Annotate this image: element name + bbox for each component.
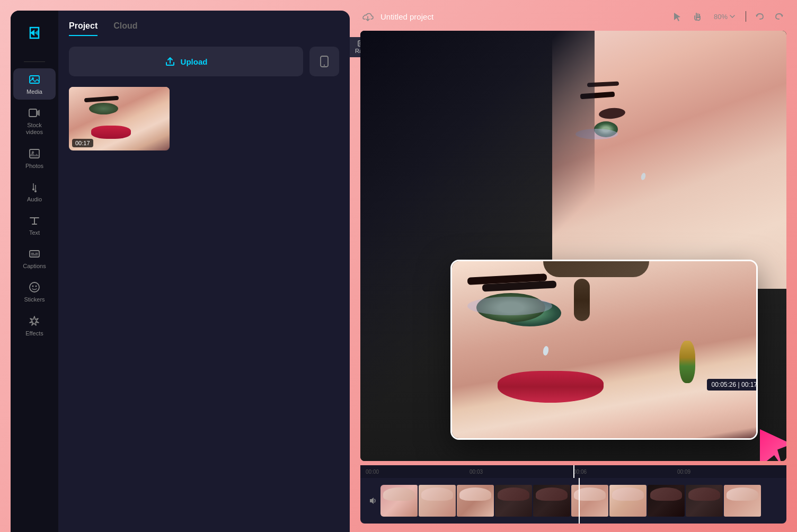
preview-face bbox=[452, 261, 756, 438]
phone-icon bbox=[320, 56, 329, 67]
left-panel: Media Stockvideos bbox=[11, 11, 350, 532]
sidebar-item-audio-label: Audio bbox=[27, 196, 42, 203]
video-frame-face bbox=[552, 31, 786, 289]
playhead-ruler bbox=[573, 465, 574, 478]
speaker-icon[interactable] bbox=[366, 493, 380, 508]
video-preview-main[interactable]: 00:05:26 | 00:17 bbox=[450, 260, 758, 440]
sidebar-item-stickers-label: Stickers bbox=[24, 296, 45, 303]
sidebar-item-photos[interactable]: Photos bbox=[13, 143, 56, 174]
icon-sidebar: Media Stockvideos bbox=[11, 11, 58, 532]
track-thumb-2 bbox=[419, 485, 456, 517]
tab-cloud[interactable]: Cloud bbox=[113, 21, 137, 36]
video-frame-background bbox=[552, 31, 786, 289]
timeline-area: 00:00 00:03 00:06 00:09 bbox=[360, 465, 786, 524]
audio-icon bbox=[28, 180, 41, 194]
editor-topbar: Untitled project bbox=[360, 8, 786, 24]
upload-row: Upload bbox=[69, 47, 339, 76]
svg-rect-2 bbox=[29, 109, 37, 117]
tabs-row: Project Cloud bbox=[69, 21, 339, 36]
preview-lips bbox=[498, 371, 604, 403]
sidebar-item-stock-label: Stockvideos bbox=[26, 122, 43, 136]
redo-button[interactable] bbox=[772, 9, 786, 24]
upload-icon bbox=[165, 56, 175, 67]
upload-button[interactable]: Upload bbox=[69, 47, 303, 76]
timeline-tracks bbox=[360, 478, 786, 524]
timestamp-current: 00:05:26 bbox=[711, 381, 736, 388]
thumb-duration: 00:17 bbox=[72, 139, 93, 147]
track-thumb-9 bbox=[686, 485, 723, 517]
undo-button[interactable] bbox=[752, 9, 767, 24]
toolbar-divider bbox=[746, 11, 746, 22]
svg-point-9 bbox=[32, 286, 34, 287]
ruler-mark-1: 00:03 bbox=[470, 469, 573, 475]
cursor-tool-icon bbox=[673, 12, 681, 21]
effects-icon bbox=[28, 314, 41, 328]
sidebar-item-captions[interactable]: Captions bbox=[13, 243, 56, 274]
sidebar-item-captions-label: Captions bbox=[23, 263, 46, 270]
svg-point-6 bbox=[34, 190, 37, 192]
cursor-tool-button[interactable] bbox=[669, 8, 685, 24]
media-icon bbox=[28, 73, 41, 86]
svg-rect-7 bbox=[30, 251, 39, 257]
track-thumb-7 bbox=[609, 485, 647, 517]
canvas-area: 00:05:26 | 00:17 bbox=[360, 31, 786, 461]
upload-label: Upload bbox=[181, 57, 208, 66]
track-thumb-5 bbox=[533, 485, 570, 517]
timeline-ruler: 00:00 00:03 00:06 00:09 bbox=[360, 465, 786, 478]
app-container: Media Stockvideos bbox=[0, 0, 797, 532]
ruler-mark-0: 00:00 bbox=[366, 469, 470, 475]
redo-icon bbox=[774, 12, 784, 21]
track-thumb-1 bbox=[380, 485, 418, 517]
preview-timestamp: 00:05:26 | 00:17 bbox=[707, 379, 758, 391]
undo-icon bbox=[755, 12, 765, 21]
track-thumb-4 bbox=[495, 485, 532, 517]
photos-icon bbox=[28, 147, 41, 161]
svg-point-12 bbox=[324, 65, 325, 66]
sidebar-item-effects-label: Effects bbox=[25, 330, 43, 337]
hand-tool-icon bbox=[693, 12, 702, 21]
ruler-mark-3: 00:09 bbox=[677, 469, 781, 475]
sidebar-item-media[interactable]: Media bbox=[13, 68, 56, 100]
svg-point-5 bbox=[32, 188, 34, 190]
project-title: Untitled project bbox=[380, 12, 433, 21]
sidebar-item-stock-videos[interactable]: Stockvideos bbox=[13, 102, 56, 140]
stock-videos-icon bbox=[28, 106, 41, 120]
app-logo bbox=[23, 21, 46, 45]
track-thumb-8 bbox=[648, 485, 685, 517]
zoom-level: 80% bbox=[714, 13, 728, 21]
chevron-down-icon bbox=[730, 15, 735, 18]
sidebar-item-effects[interactable]: Effects bbox=[13, 310, 56, 341]
hand-tool-button[interactable] bbox=[689, 8, 705, 24]
track-thumb-6 bbox=[571, 485, 608, 517]
editor-controls: 80% bbox=[669, 8, 786, 24]
tab-project[interactable]: Project bbox=[69, 21, 98, 36]
track-thumb-3 bbox=[457, 485, 494, 517]
sidebar-item-photos-label: Photos bbox=[25, 163, 43, 170]
timestamp-total: | 00:17 bbox=[738, 381, 757, 388]
sidebar-item-text-label: Text bbox=[29, 229, 40, 236]
content-panel: Project Cloud Upload bbox=[58, 11, 350, 532]
svg-point-8 bbox=[30, 282, 39, 292]
sidebar-item-media-label: Media bbox=[26, 88, 42, 95]
editor-area: Untitled project bbox=[350, 0, 797, 532]
track-thumb-10 bbox=[724, 485, 761, 517]
zoom-control-button[interactable]: 80% bbox=[710, 11, 739, 23]
text-icon bbox=[28, 214, 41, 227]
sidebar-item-stickers[interactable]: Stickers bbox=[13, 276, 56, 307]
stickers-icon bbox=[28, 280, 41, 294]
project-info: Untitled project bbox=[360, 9, 433, 24]
sidebar-item-text[interactable]: Text bbox=[13, 209, 56, 241]
sidebar-item-audio[interactable]: Audio bbox=[13, 176, 56, 207]
cloud-save-icon[interactable] bbox=[360, 9, 375, 24]
svg-rect-3 bbox=[30, 149, 39, 158]
svg-point-10 bbox=[36, 286, 37, 287]
media-grid: 00:17 bbox=[69, 87, 339, 150]
ruler-mark-2: 00:06 bbox=[573, 469, 677, 475]
timeline-playhead bbox=[579, 478, 580, 524]
phone-button[interactable] bbox=[309, 47, 339, 76]
svg-rect-0 bbox=[30, 76, 39, 83]
sidebar-divider bbox=[24, 61, 45, 62]
captions-icon bbox=[28, 247, 41, 261]
timeline-track[interactable] bbox=[380, 485, 781, 517]
media-thumb-1[interactable]: 00:17 bbox=[69, 87, 170, 150]
